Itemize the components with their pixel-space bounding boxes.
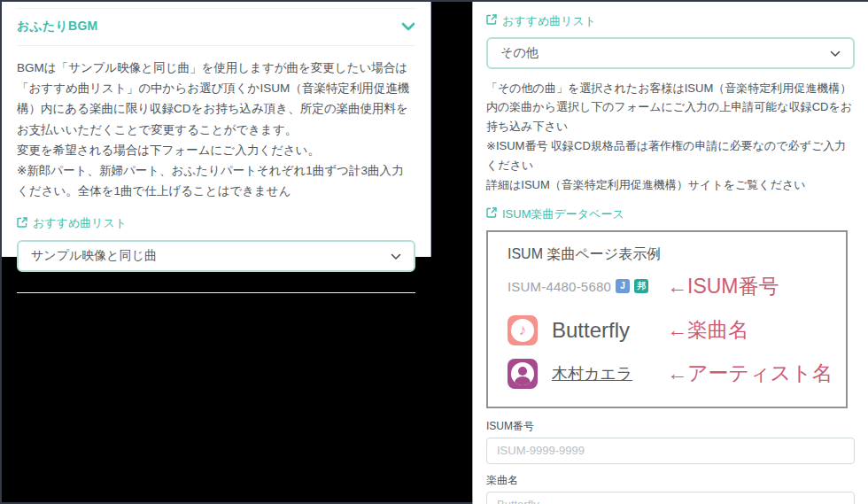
select-chevron-icon bbox=[830, 45, 841, 61]
example-artist-name[interactable]: 木村カエラ bbox=[552, 363, 632, 384]
chevron-down-icon[interactable] bbox=[401, 19, 415, 35]
recommend-list-link[interactable]: おすすめ曲リスト bbox=[17, 215, 127, 231]
section-divider bbox=[17, 292, 415, 293]
other-song-note-1: 「その他の曲」を選択されたお客様はISUM（音楽特定利用促進機構）内の楽曲から選… bbox=[486, 79, 855, 136]
page-background: おふたりBGM BGMは「サンプル映像と同じ曲」を使用しますが曲を変更したい場合… bbox=[0, 0, 868, 504]
isum-number-input[interactable] bbox=[486, 438, 855, 464]
artist-person-icon bbox=[508, 359, 538, 389]
song-name-input[interactable] bbox=[486, 492, 855, 504]
domestic-badge: 邦 bbox=[634, 279, 648, 293]
example-title: ISUM 楽曲ページ表示例 bbox=[508, 245, 837, 264]
recommend-list-link-label: おすすめ曲リスト bbox=[33, 215, 127, 231]
isum-database-link-label: ISUM楽曲データベース bbox=[502, 206, 624, 222]
bgm-note: ※新郎パート、新婦パート、おふたりパートそれぞれ1曲ずつ計3曲入力ください。全体… bbox=[17, 160, 415, 201]
isum-database-link[interactable]: ISUM楽曲データベース bbox=[486, 206, 624, 222]
other-song-select[interactable]: その他 bbox=[486, 37, 855, 69]
bgm-accordion-panel: おふたりBGM BGMは「サンプル映像と同じ曲」を使用しますが曲を変更したい場合… bbox=[2, 2, 431, 257]
bgm-instruction: 変更を希望される場合は下フォームにご入力ください。 bbox=[17, 140, 415, 160]
select-chevron-icon bbox=[391, 248, 401, 264]
external-link-icon bbox=[17, 217, 27, 230]
example-song-title: Butterfly bbox=[552, 318, 630, 343]
other-song-note-2: ※ISUM番号 収録CD規格品番は著作権の申請に必要なので必ずご入力ください bbox=[486, 136, 855, 175]
bgm-song-select[interactable]: サンプル映像と同じ曲 bbox=[17, 240, 415, 272]
artist-name-annotation: ←アーティスト名 bbox=[667, 360, 837, 387]
example-isum-number: ISUM-4480-5680 bbox=[508, 279, 611, 294]
bgm-accordion-header[interactable]: おふたりBGM bbox=[17, 9, 415, 46]
recommend-list-link-label: おすすめ曲リスト bbox=[502, 13, 596, 29]
song-title-annotation: ←楽曲名 bbox=[667, 316, 837, 344]
isum-number-annotation: ←ISUM番号 bbox=[667, 273, 837, 300]
external-link-icon bbox=[486, 14, 497, 27]
external-link-icon bbox=[486, 207, 497, 221]
panel-title: おふたりBGM bbox=[17, 19, 97, 35]
bgm-song-select-value: サンプル映像と同じ曲 bbox=[31, 248, 157, 264]
music-note-icon: ♪ bbox=[508, 315, 538, 345]
other-song-select-value: その他 bbox=[500, 45, 539, 61]
jasrac-badge: J bbox=[616, 279, 630, 293]
isum-number-label: ISUM番号 bbox=[486, 419, 855, 434]
other-song-note-3: 詳細はISUM（音楽特定利用促進機構）サイトをご覧ください bbox=[486, 175, 855, 195]
song-name-label: 楽曲名 bbox=[486, 473, 855, 488]
isum-entry-form: ISUM番号 楽曲名 アーティスト名 収録CDの持込状況 収録CD未持込 bbox=[486, 419, 855, 504]
other-song-panel: おすすめ曲リスト その他 「その他の曲」を選択されたお客様はISUM（音楽特定利… bbox=[472, 2, 868, 504]
isum-example-image: ISUM 楽曲ページ表示例 ISUM-4480-5680 J 邦 ←ISUM番号… bbox=[486, 230, 848, 408]
recommend-list-link-right[interactable]: おすすめ曲リスト bbox=[486, 13, 596, 29]
bgm-description: BGMは「サンプル映像と同じ曲」を使用しますが曲を変更したい場合は「おすすめ曲リ… bbox=[17, 58, 415, 140]
